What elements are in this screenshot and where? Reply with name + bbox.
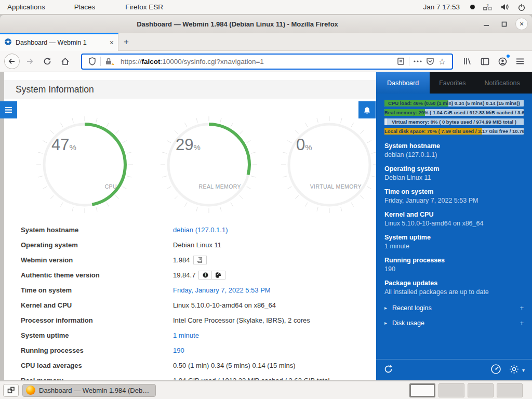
uptime-link[interactable]: 1 minute [173,331,199,339]
table-row: System hostname debian (127.0.1.1) [4,222,376,237]
expand-plus-icon[interactable]: + [520,304,524,312]
table-row: Authentic theme version 19.84.7 i [4,268,376,283]
sidebar-tabs: Dashboard Favorites Notifications [376,72,532,94]
tab-notifications[interactable]: Notifications [475,72,529,94]
account-notification-dot [507,55,510,58]
webmin-page: System Information 47% CPU 29% REAL MEMO… [0,72,532,380]
places-menu[interactable]: Places [67,0,103,14]
window-list-button[interactable]: Dashboard — Webmin 1.984 (Deb… [22,384,156,397]
theme-info-button[interactable]: i [198,271,212,280]
power-icon[interactable] [517,3,526,11]
bookmark-star-icon[interactable]: ☆ [438,57,446,66]
table-row: Processor information Intel Core Process… [4,313,376,328]
sidebar-menu-button[interactable] [0,101,17,118]
virtual-memory-gauge-value: 0% [296,136,312,154]
disk-space-meter: Local disk space: 70% ( 7.59 GiB used / … [384,128,524,135]
svg-text:?: ? [486,3,489,8]
tab-favorites[interactable]: Favorites [430,72,475,94]
gear-dropdown-caret-icon[interactable]: ▾ [522,367,525,373]
menu-icon[interactable] [512,54,528,69]
lock-warning-icon[interactable]: ! [105,57,114,65]
info-pair: Package updatesAll installed packages ar… [384,279,524,297]
table-row: Kernel and CPU Linux 5.10.0-10-amd64 on … [4,298,376,313]
tab-dashboard[interactable]: Dashboard — Webmin 1 × [0,33,118,51]
workspace-1[interactable] [409,383,435,397]
svg-text:i: i [205,273,206,277]
workspace-4[interactable] [497,383,523,397]
sidebar-toggle-icon[interactable] [477,54,493,69]
new-tab-button[interactable]: + [118,33,134,51]
real-memory-gauge: 29% REAL MEMORY [157,113,261,217]
time-link[interactable]: Friday, January 7, 2022 5:53 PM [173,286,271,294]
close-button[interactable]: × [515,18,528,30]
table-row: Webmin version 1.984 [4,252,376,268]
home-button[interactable] [57,54,73,69]
webmin-sidebar: Dashboard Favorites Notifications CPU lo… [376,72,532,380]
table-row: CPU load averages 0.50 (1 min) 0.34 (5 m… [4,358,376,373]
speedometer-icon[interactable] [490,364,501,377]
volume-icon[interactable] [500,3,509,11]
svg-text:!: ! [112,63,113,65]
cpu-load-meter: CPU load: 46% (0.50 (1 min) 0.34 (5 mins… [384,100,524,107]
library-icon[interactable] [459,54,475,69]
firefox-esr-menu[interactable]: Firefox ESR [118,0,170,14]
expand-triangle-icon: ▸ [384,305,387,311]
table-row: Real memory 1.04 GiB used / 1013.23 MiB … [4,373,376,380]
tab-dashboard-sidebar[interactable]: Dashboard [376,72,430,94]
changelog-book-button[interactable] [193,256,207,264]
real-memory-gauge-value: 29% [176,136,201,154]
minimize-button[interactable] [480,18,493,30]
back-button[interactable] [4,54,20,69]
real-memory-gauge-label: REAL MEMORY [199,183,241,190]
pocket-icon[interactable] [426,57,434,65]
sidebar-footer: ▾ [376,359,532,380]
tab-close-icon[interactable]: × [110,38,114,47]
processes-link[interactable]: 190 [173,347,184,354]
workspace-switcher [409,383,523,397]
account-icon[interactable] [495,54,510,69]
clock[interactable]: Jan 7 17:53 [423,3,460,11]
tab-bar: Dashboard — Webmin 1 × + [0,33,532,51]
disk-usage-section[interactable]: ▸ Disk usage + [384,319,524,327]
expand-plus-icon[interactable]: + [520,319,524,327]
forward-button[interactable] [22,54,37,69]
virtual-memory-gauge-label: VIRTUAL MEMORY [310,183,362,190]
record-indicator-icon [470,5,475,9]
workspace-3[interactable] [468,383,494,397]
sidebar-info-list: System hostnamedebian (127.0.1.1) Operat… [384,142,524,297]
firefox-title-bar: Dashboard — Webmin 1.984 (Debian Linux 1… [0,15,532,33]
hostname-link[interactable]: debian (127.0.1.1) [173,226,228,234]
taskbar: Dashboard — Webmin 1.984 (Deb… [0,381,532,399]
url-bar[interactable]: ! https://falcot:10000/sysinfo.cgi?xnavi… [81,54,453,70]
cpu-gauge-value: 47% [51,136,76,154]
table-row: System uptime 1 minute [4,328,376,343]
table-row: Time on system Friday, January 7, 2022 5… [4,283,376,298]
reader-mode-icon[interactable] [397,57,405,65]
info-pair: Time on systemFriday, January 7, 2022 5:… [384,188,524,205]
desktop: Applications Places Firefox ESR Jan 7 17… [0,0,532,399]
info-pair: Kernel and CPULinux 5.10.0-10-amd64 on x… [384,210,524,228]
applications-menu[interactable]: Applications [0,0,52,14]
url-text[interactable]: https://falcot:10000/sysinfo.cgi?xnaviga… [121,58,395,65]
gnome-top-bar: Applications Places Firefox ESR Jan 7 17… [0,0,532,15]
network-status-icon[interactable]: ? [483,3,492,11]
reload-button[interactable] [39,54,55,69]
shield-icon[interactable] [88,57,96,65]
virtual-memory-meter: Virtual memory: 0% ( 0 bytes used / 974.… [384,118,524,125]
gear-icon[interactable] [509,364,520,377]
virtual-memory-gauge: 0% VIRTUAL MEMORY [277,113,381,217]
workspace-2[interactable] [438,383,464,397]
refresh-icon[interactable] [383,364,393,376]
theme-palette-button[interactable] [212,271,225,280]
cpu-gauge: 47% CPU [33,113,137,217]
tab-title: Dashboard — Webmin 1 [16,39,106,46]
maximize-button[interactable] [498,18,510,30]
recent-logins-section[interactable]: ▸ Recent logins + [384,304,524,312]
system-info-table: System hostname debian (127.0.1.1) Opera… [4,222,376,380]
expand-triangle-icon: ▸ [384,320,387,326]
page-title: System Information [16,80,376,99]
info-pair: Running processes190 [384,256,524,274]
more-options-icon[interactable] [414,60,422,62]
show-desktop-button[interactable] [3,384,19,397]
table-row: Operating system Debian Linux 11 [4,237,376,252]
